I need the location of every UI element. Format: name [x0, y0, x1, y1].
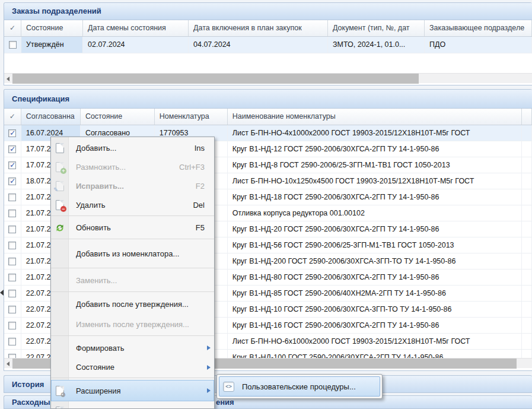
menu-item-label: Обновить [76, 223, 196, 232]
orders-column-plan-date[interactable]: Дата включения в план закупок [189, 20, 328, 36]
orders-panel-header[interactable]: Заказы подразделений [4, 3, 532, 20]
refresh-icon [55, 223, 65, 233]
spec-cell-filler [522, 334, 532, 349]
orders-cell-state-date[interactable]: 02.07.2024 [83, 37, 189, 53]
minus-badge: − [60, 206, 66, 212]
spec-column-agreed-date[interactable]: Согласованна [21, 109, 81, 125]
spec-cell-name[interactable]: Круг В1-НД-12 ГОСТ 2590-2006/30ХГСА-2ГП … [228, 141, 522, 157]
orders-table-row[interactable]: Утверждён 02.07.2024 04.07.2024 ЗМТО, 20… [4, 37, 532, 53]
menu-item-user-procedures[interactable]: <> Пользовательские процедуры... [219, 376, 380, 397]
orders-column-state[interactable]: Состояние [21, 20, 83, 36]
menu-item-label: Добавить... [76, 144, 195, 153]
spec-row-checkbox[interactable] [8, 274, 16, 281]
code-icon: <> [223, 382, 234, 392]
spec-row-checkbox[interactable] [8, 258, 16, 265]
menu-item-state[interactable]: Состояние [51, 358, 214, 376]
spec-row-checkbox[interactable] [8, 226, 16, 233]
menu-item-icon-slot [51, 223, 69, 233]
orders-hscrollbar[interactable] [4, 73, 532, 83]
spec-row-checkbox[interactable] [8, 129, 16, 137]
spec-cell-name[interactable]: Круг В1-НД-8 ГОСТ 2590-2006/25-3ГП-М1-ТВ… [228, 157, 522, 173]
spec-cell-name[interactable]: Круг В1-НД-80 ГОСТ 2590-2006/30ХГСА-2ГП … [228, 270, 522, 285]
spec-grid-header: ✓ Согласованна Состояние Номенклатура На… [4, 109, 532, 125]
spec-row-checkbox[interactable] [8, 354, 16, 359]
menu-item-exchange[interactable]: ⇅Обмен [51, 401, 214, 409]
submenu-item-label: Пользовательские процедуры... [242, 382, 356, 391]
menu-item-edit[interactable]: ✎Исправить...F2 [51, 176, 214, 195]
spec-cell-filler [522, 221, 532, 237]
spec-cell-filler [522, 141, 532, 157]
menu-item-shortcut: Ctrl+F3 [179, 163, 205, 172]
spec-cell-name[interactable]: Лист Б-ПН-НО-4х1000х2000 ГОСТ 19903-2015… [228, 125, 522, 141]
spec-row-checkbox-cell [4, 286, 21, 301]
spec-row-checkbox[interactable] [8, 145, 16, 153]
orders-cell-document[interactable]: ЗМТО, 2024-1, 01.0... [328, 37, 425, 53]
spec-cell-name[interactable]: Круг В1-НД-85 ГОСТ 2590-2006/40ХН2МА-2ГП… [228, 286, 522, 301]
spec-column-name[interactable]: Наименование номенклатуры [228, 109, 522, 125]
menu-item-replace[interactable]: Заменить... [51, 270, 214, 290]
spec-row-checkbox[interactable] [8, 194, 16, 201]
spec-cell-name[interactable]: Круг В1-НД-100 ГОСТ 2590-2006/30ХГСА-2ГП… [228, 350, 522, 358]
spec-cell-filler [522, 125, 532, 141]
menu-item-delete[interactable]: −УдалитьDel [51, 195, 214, 214]
spec-row-checkbox[interactable] [8, 290, 16, 297]
menu-item-add[interactable]: Добавить...Ins [51, 138, 214, 157]
spec-hscroll-left-arrow[interactable] [4, 359, 13, 369]
spec-cell-name[interactable]: Круг В1-НД-20 ГОСТ 2590-2006/30ХГСА-2ГП … [228, 221, 522, 237]
spec-row-checkbox-cell [4, 141, 21, 157]
spec-panel-header[interactable]: Спецификация [4, 90, 532, 109]
spec-cell-name[interactable]: Круг В1-НД-56 ГОСТ 2590-2006/25-3ГП-М1-Т… [228, 237, 522, 253]
spec-row-checkbox[interactable] [8, 322, 16, 329]
submenu-arrow-icon [207, 365, 211, 370]
spec-row-checkbox[interactable] [8, 242, 16, 249]
page-new-icon [56, 143, 64, 153]
menu-item-shortcut: Ins [195, 144, 205, 153]
menu-item-extensions[interactable]: ⚙Расширения [51, 380, 214, 401]
orders-cell-plan-date[interactable]: 04.07.2024 [189, 37, 328, 53]
spec-cell-name[interactable]: Круг В1-НД-16 ГОСТ 2590-2006/30ХГСА-2ГП … [228, 318, 522, 333]
menu-item-label: Исправить... [76, 182, 196, 191]
spec-cell-name[interactable]: Круг В1-НД-10 ГОСТ 2590-2006/30ХГСА-3ГП-… [228, 302, 522, 317]
spec-panel-title: Спецификация [12, 94, 69, 103]
spec-cell-name[interactable]: Лист Б-ПН-НО-6х1000х2000 ГОСТ 19903-2015… [228, 334, 522, 349]
orders-hscroll-left-arrow[interactable] [4, 74, 13, 84]
spec-cell-name[interactable]: Отливка корпуса редуктора 001.00102 [228, 205, 522, 221]
spec-cell-name[interactable]: Лист Б-ПН-НО-10х1250х4500 ГОСТ 19903-201… [228, 173, 522, 189]
menu-item-shortcut: F2 [196, 182, 205, 191]
menu-item-add-from-nomenclator[interactable]: Добавить из номенклатора... [51, 241, 214, 267]
page-delete-icon: − [56, 200, 64, 210]
spec-row-checkbox[interactable] [8, 210, 16, 217]
menu-item-change-after-approval[interactable]: Изменить после утверждения... [51, 314, 214, 334]
spec-cell-name[interactable]: Круг В1-НД-200 ГОСТ 2590-2006/30ХГСА-3ГП… [228, 253, 522, 269]
orders-cell-department[interactable]: ПДО [425, 37, 532, 53]
orders-column-state-date[interactable]: Дата смены состояния [83, 20, 189, 36]
orders-column-document[interactable]: Документ (тип, №, дат [328, 20, 425, 36]
spec-cell-name[interactable]: Круг В1-НД-18 ГОСТ 2590-2006/30ХГСА-2ГП … [228, 189, 522, 205]
spec-row-checkbox-cell [4, 173, 21, 189]
spec-row-checkbox[interactable] [8, 161, 16, 169]
menu-item-add-after-approval[interactable]: Добавить после утверждения... [51, 294, 214, 314]
orders-row-checkbox[interactable] [9, 41, 17, 49]
orders-hscroll-thumb[interactable] [12, 74, 419, 84]
spec-row-checkbox[interactable] [8, 306, 16, 313]
orders-column-department[interactable]: Заказывающее подразделе [425, 20, 532, 36]
orders-select-all-header[interactable]: ✓ [4, 20, 21, 36]
spec-row-checkbox[interactable] [8, 177, 16, 185]
menu-item-label: Изменить после утверждения... [76, 320, 214, 329]
history-panel-title: История [12, 380, 44, 389]
expense-panel-title-left: Расходны [12, 398, 50, 407]
spec-column-nomenclature[interactable]: Номенклатура [155, 109, 228, 125]
spec-column-state[interactable]: Состояние [81, 109, 155, 125]
orders-cell-state[interactable]: Утверждён [21, 37, 83, 53]
splitter-collapse-arrow-icon[interactable] [0, 289, 4, 296]
menu-item-shortcut: Del [193, 201, 205, 210]
orders-panel: Заказы подразделений ✓ Состояние Дата см… [4, 2, 532, 85]
orders-panel-title: Заказы подразделений [12, 7, 101, 15]
menu-item-duplicate[interactable]: +Размножить...Ctrl+F3 [51, 157, 214, 176]
menu-item-form[interactable]: Формировать [51, 338, 214, 358]
menu-item-refresh[interactable]: ОбновитьF5 [51, 218, 214, 237]
page-exchange-icon: ⇅ [56, 407, 64, 409]
orders-row-checkbox-cell [4, 37, 21, 53]
spec-row-checkbox[interactable] [8, 338, 16, 345]
spec-select-all-header[interactable]: ✓ [4, 109, 21, 125]
